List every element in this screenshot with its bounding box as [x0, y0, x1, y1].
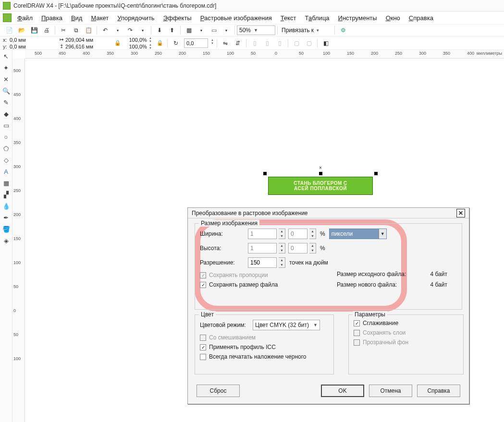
undo-icon[interactable]: ↶	[100, 25, 111, 36]
ok-button[interactable]: OK	[321, 385, 364, 397]
export-icon[interactable]: ⬆	[167, 25, 177, 36]
menu-window[interactable]: Окно	[386, 14, 400, 22]
ruler-horizontal[interactable]: 5004504003503002502001501005005010015020…	[25, 50, 504, 59]
welcome-drop-icon[interactable]: ▾	[221, 25, 232, 36]
mirror-v-icon[interactable]: ⇵	[233, 38, 243, 48]
resolution-spinner[interactable]: ▲▼	[279, 257, 285, 268]
overprint-black-checkbox[interactable]: Всегда печатать наложение черного	[200, 353, 329, 360]
height-scale-spinner[interactable]: ▲▼	[309, 243, 316, 253]
welcome-icon[interactable]: ▭	[209, 25, 219, 36]
zoom-combo[interactable]: 50% ▼	[237, 25, 275, 35]
crop-tool-icon[interactable]: ✕	[1, 74, 12, 84]
menu-arrange[interactable]: Упорядочить	[117, 14, 154, 22]
pick-tool-icon[interactable]: ↖	[1, 51, 12, 61]
params-legend: Параметры	[353, 311, 387, 318]
ungroup-all-icon[interactable]: ▯	[262, 38, 272, 48]
menu-table[interactable]: Таблица	[305, 14, 330, 22]
scale-y-value[interactable]: 100,0	[123, 44, 142, 49]
width-spinner[interactable]: ▲▼	[279, 229, 285, 239]
menu-layout[interactable]: Макет	[91, 14, 109, 22]
banner-object[interactable]: СТАНЬ БЛОГЕРОМ С АСЕЙ ПОПЛАВСКОЙ	[268, 177, 373, 195]
cut-icon[interactable]: ✂	[58, 25, 69, 36]
app-launch-icon[interactable]: ▦	[184, 25, 194, 36]
close-button[interactable]: ✕	[456, 209, 465, 217]
rotate-icon: ↻	[171, 38, 181, 48]
menu-effects[interactable]: Эффекты	[163, 14, 192, 22]
interactive-fill-icon[interactable]: ◈	[1, 235, 12, 246]
eyedropper-tool-icon[interactable]: 💧	[1, 201, 12, 211]
x-value[interactable]: 0,0 мм	[10, 37, 56, 43]
reset-button[interactable]: Сброс	[197, 385, 240, 397]
lock-icon[interactable]: 🔒	[114, 40, 121, 46]
y-value[interactable]: 0,0 мм	[10, 44, 56, 49]
banner-line1: СТАНЬ БЛОГЕРОМ С	[294, 181, 347, 186]
width-input[interactable]: 1	[248, 229, 277, 239]
lock-aspect-icon[interactable]: 🔒	[157, 40, 163, 46]
polygon-tool-icon[interactable]: ⬠	[1, 143, 12, 154]
undo-drop-icon[interactable]: ▾	[112, 25, 123, 36]
outline-tool-icon[interactable]: ✒	[1, 212, 12, 223]
new-icon[interactable]: 📄	[4, 25, 14, 36]
cancel-button[interactable]: Отмена	[369, 385, 412, 397]
rectangle-tool-icon[interactable]: ▭	[1, 120, 12, 131]
height-value[interactable]: 296,616 мм	[65, 44, 109, 49]
height-input[interactable]: 1	[248, 243, 277, 253]
import-icon[interactable]: ⬇	[154, 25, 165, 36]
selected-object[interactable]: × СТАНЬ БЛОГЕРОМ С АСЕЙ ПОПЛАВСКОЙ	[265, 174, 376, 198]
print-icon[interactable]: 🖨	[41, 25, 52, 36]
freehand-tool-icon[interactable]: ✎	[1, 97, 12, 108]
smart-fill-icon[interactable]: ◆	[1, 109, 12, 119]
width-scale-spinner[interactable]: ▲▼	[309, 229, 316, 239]
open-icon[interactable]: 📂	[16, 25, 27, 36]
snap-combo[interactable]: Привязать к ▾	[280, 25, 332, 35]
resolution-input[interactable]: 150	[248, 257, 277, 268]
menu-text[interactable]: Текст	[281, 14, 296, 22]
height-scale-input[interactable]: 0	[288, 243, 307, 253]
menu-view[interactable]: Вид	[71, 14, 83, 22]
save-icon[interactable]: 💾	[29, 25, 39, 36]
menu-bitmap[interactable]: Растровые изображения	[200, 14, 272, 22]
ruler-unit: миллиметры	[477, 51, 502, 56]
scale-x-value[interactable]: 100,0	[123, 37, 142, 43]
text-tool-icon[interactable]: A	[1, 166, 12, 177]
convert-icon[interactable]: ◧	[320, 38, 331, 48]
height-spinner[interactable]: ▲▼	[279, 243, 285, 253]
fill-tool-icon[interactable]: 🪣	[1, 224, 12, 234]
paste-icon[interactable]: 📋	[83, 25, 94, 36]
zoom-tool-icon[interactable]: 🔍	[1, 85, 12, 96]
basic-shapes-icon[interactable]: ◇	[1, 155, 12, 165]
color-mode-select[interactable]: Цвет CMYK (32 бит)▼	[253, 320, 320, 330]
dialog-titlebar[interactable]: Преобразование в растровое изображение ✕	[188, 208, 469, 218]
group-icon[interactable]: ▯	[274, 38, 285, 48]
ruler-vertical[interactable]: 50045040035030025020015010050050100	[12, 59, 25, 422]
options-icon[interactable]: ⚙	[338, 25, 348, 36]
to-front-icon[interactable]: ▢	[291, 38, 302, 48]
app-launch-drop-icon[interactable]: ▾	[196, 25, 207, 36]
table-tool-icon[interactable]: ▦	[1, 178, 12, 188]
width-value[interactable]: 209,004 мм	[65, 37, 109, 43]
image-size-legend: Размер изображения	[199, 220, 259, 227]
redo-drop-icon[interactable]: ▾	[137, 25, 148, 36]
rotation-input[interactable]: 0,0	[184, 38, 208, 48]
app-icon-menu[interactable]	[3, 13, 12, 22]
menu-help[interactable]: Справка	[409, 14, 433, 22]
mirror-h-icon[interactable]: ⇋	[220, 38, 231, 48]
units-select[interactable]: пиксели▼	[329, 229, 387, 239]
ungroup-icon[interactable]: ▯	[249, 38, 260, 48]
menu-tools[interactable]: Инструменты	[338, 14, 377, 22]
antialias-checkbox[interactable]: ✓Сглаживание	[354, 320, 458, 326]
width-scale-input[interactable]: 0	[288, 229, 307, 239]
transparent-bg-checkbox: Прозрачный фон	[354, 339, 458, 346]
apply-icc-checkbox[interactable]: ✓Применять профиль ICC	[200, 344, 329, 350]
ellipse-tool-icon[interactable]: ○	[1, 132, 12, 142]
to-back-icon[interactable]: ▢	[304, 38, 314, 48]
menu-edit[interactable]: Правка	[41, 14, 62, 22]
copy-icon[interactable]: ⧉	[71, 25, 81, 36]
shape-tool-icon[interactable]: ✦	[1, 62, 12, 73]
dimension-tool-icon[interactable]: ▞	[1, 189, 12, 200]
menu-file[interactable]: Файл	[17, 14, 33, 22]
y-label: y:	[3, 44, 10, 49]
redo-icon[interactable]: ↷	[125, 25, 135, 36]
help-button[interactable]: Справка	[417, 385, 460, 397]
src-size-value: 4 байт	[423, 271, 447, 277]
